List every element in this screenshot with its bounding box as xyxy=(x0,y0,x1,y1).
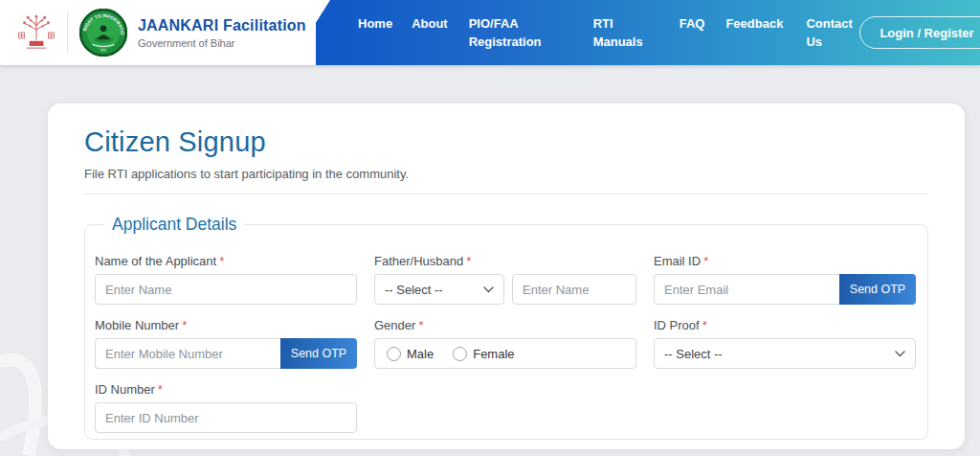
father-husband-name-input[interactable] xyxy=(512,274,636,305)
rti-logo: RIGHT TO INFORMATION RTI xyxy=(79,9,127,57)
page-subtitle: File RTI applications to start participa… xyxy=(84,167,928,181)
required-marker: * xyxy=(703,254,708,268)
brand-subtitle: Government of Bihar xyxy=(138,37,306,49)
svg-text:RTI: RTI xyxy=(100,49,106,53)
label-text: ID Proof xyxy=(654,318,700,332)
nav-about[interactable]: About xyxy=(412,15,448,34)
relation-select[interactable]: -- Select -- xyxy=(374,274,504,305)
id-proof-select[interactable]: -- Select -- xyxy=(654,338,916,369)
page-title: Citizen Signup xyxy=(84,126,928,158)
header: Home About PIO/FAA Registration RTI Manu… xyxy=(0,0,980,65)
id-proof-select-value: -- Select -- xyxy=(664,347,723,361)
radio-icon xyxy=(453,347,467,361)
required-marker: * xyxy=(418,318,423,332)
father-husband-label: Father/Husband* xyxy=(374,254,636,268)
field-id-number: ID Number* xyxy=(95,382,357,433)
signup-card: Citizen Signup File RTI applications to … xyxy=(48,103,965,449)
gender-label: Gender* xyxy=(374,318,636,332)
radio-icon xyxy=(387,347,401,361)
field-father-husband: Father/Husband* -- Select -- xyxy=(374,254,636,305)
mobile-label: Mobile Number* xyxy=(95,318,357,332)
gender-female-label: Female xyxy=(473,347,514,361)
label-text: Mobile Number xyxy=(95,318,179,332)
nav-pio-faa-registration[interactable]: PIO/FAA Registration xyxy=(469,15,547,52)
id-number-input[interactable] xyxy=(95,402,357,433)
label-text: Father/Husband xyxy=(374,254,463,268)
logo-divider xyxy=(67,12,68,53)
label-text: ID Number xyxy=(95,382,155,397)
page-body: Citizen Signup File RTI applications to … xyxy=(0,65,980,449)
nav-feedback[interactable]: Feedback xyxy=(725,15,783,34)
gender-female-radio[interactable]: Female xyxy=(453,347,514,361)
relation-select-value: -- Select -- xyxy=(385,283,443,297)
brand-text: JAANKARI Facilitation Government of Biha… xyxy=(138,17,306,49)
nav-faq[interactable]: FAQ xyxy=(679,15,705,34)
applicant-details-section: Applicant Details Name of the Applicant*… xyxy=(84,215,928,440)
label-text: Name of the Applicant xyxy=(95,254,216,268)
required-marker: * xyxy=(219,254,224,268)
bihar-emblem-logo xyxy=(15,9,57,57)
applicant-name-input[interactable] xyxy=(95,274,357,305)
id-proof-label: ID Proof* xyxy=(654,318,916,332)
label-text: Gender xyxy=(374,318,415,332)
email-label: Email ID* xyxy=(654,254,916,268)
form-grid: Name of the Applicant* Father/Husband* -… xyxy=(93,254,918,433)
gender-male-radio[interactable]: Male xyxy=(387,347,434,361)
brand-title: JAANKARI Facilitation xyxy=(138,17,306,34)
field-gender: Gender* Male Female xyxy=(374,318,636,369)
label-text: Email ID xyxy=(654,254,701,268)
login-register-button[interactable]: Login / Register ▾ xyxy=(859,16,980,49)
field-applicant-name: Name of the Applicant* xyxy=(95,254,357,305)
required-marker: * xyxy=(466,254,471,268)
nav-home[interactable]: Home xyxy=(358,15,392,34)
applicant-name-label: Name of the Applicant* xyxy=(95,254,357,268)
send-otp-email-button[interactable]: Send OTP xyxy=(839,274,916,305)
field-mobile: Mobile Number* Send OTP xyxy=(95,318,357,369)
required-marker: * xyxy=(182,318,187,332)
gender-male-label: Male xyxy=(407,347,434,361)
required-marker: * xyxy=(158,382,163,397)
title-divider xyxy=(84,194,928,194)
mobile-input[interactable] xyxy=(95,338,280,369)
id-number-label: ID Number* xyxy=(95,382,357,397)
brand-area: RIGHT TO INFORMATION RTI JAANKARI Facili… xyxy=(0,0,316,65)
field-id-proof: ID Proof* -- Select -- xyxy=(654,318,916,369)
login-register-label: Login / Register xyxy=(880,26,973,40)
chevron-down-icon xyxy=(895,351,905,357)
required-marker: * xyxy=(702,318,707,332)
gender-group: Male Female xyxy=(374,338,636,369)
nav-contact-us[interactable]: Contact Us xyxy=(806,15,859,52)
chevron-down-icon xyxy=(483,286,494,293)
section-title: Applicant Details xyxy=(104,215,244,235)
main-nav: Home About PIO/FAA Registration RTI Manu… xyxy=(289,0,980,65)
nav-rti-manuals[interactable]: RTI Manuals xyxy=(593,15,649,52)
email-input[interactable] xyxy=(654,274,839,305)
send-otp-mobile-button[interactable]: Send OTP xyxy=(280,338,357,369)
field-email: Email ID* Send OTP xyxy=(654,254,916,305)
